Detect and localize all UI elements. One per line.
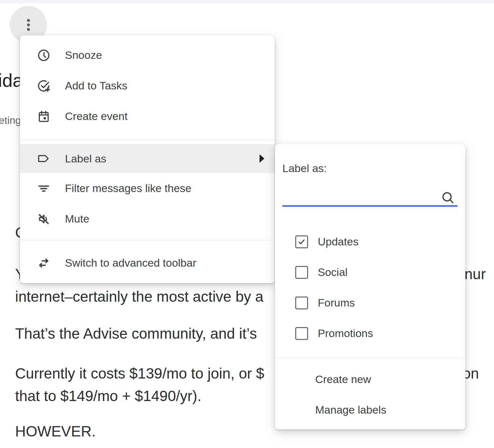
manage-labels-button[interactable]: Manage labels: [275, 395, 465, 425]
body-text-line: internet–certainly the most active by a: [15, 289, 263, 304]
label-option-text: Updates: [318, 235, 359, 248]
menu-item-switch-toolbar[interactable]: Switch to advanced toolbar: [20, 248, 275, 278]
action-label: Manage labels: [315, 404, 386, 416]
submenu-arrow-icon: [260, 154, 264, 163]
body-text-line: Currently it costs $139/mo to join, or $: [15, 366, 264, 381]
checkbox-unchecked[interactable]: [295, 297, 308, 309]
menu-item-label: Filter messages like these: [65, 182, 191, 195]
label-option-text: Promotions: [318, 327, 373, 340]
body-text-line: that to $149/mo + $1490/yr).: [15, 389, 201, 403]
label-option-social[interactable]: Social: [275, 257, 465, 288]
checkbox-unchecked[interactable]: [295, 266, 308, 279]
label-option-updates[interactable]: Updates: [275, 226, 465, 257]
more-options-menu: Snooze Add to Tasks Create event: [20, 35, 275, 283]
label-option-text: Forums: [318, 297, 355, 309]
menu-item-create-event[interactable]: Create event: [20, 101, 275, 132]
menu-item-add-to-tasks[interactable]: Add to Tasks: [20, 70, 275, 101]
action-label: Create new: [315, 373, 371, 386]
label-icon: [36, 151, 51, 166]
menu-item-label: Snooze: [65, 49, 102, 61]
email-subject-fragment: ida: [0, 71, 23, 90]
submenu-title: Label as:: [282, 162, 327, 175]
search-underline: [282, 205, 457, 207]
checkbox-checked[interactable]: [295, 235, 308, 248]
menu-item-filter-messages[interactable]: Filter messages like these: [20, 173, 275, 204]
add-task-icon: [36, 78, 51, 94]
sender-line-fragment: eting: [0, 115, 21, 125]
body-text-line: That’s the Advise community, and it’s: [15, 326, 257, 341]
menu-item-snooze[interactable]: Snooze: [20, 40, 275, 70]
menu-divider: [20, 139, 275, 140]
label-option-text: Social: [318, 266, 348, 279]
menu-divider: [20, 240, 275, 240]
label-as-submenu: Label as: Updates Social: [275, 144, 465, 429]
create-new-label-button[interactable]: Create new: [275, 364, 465, 395]
vertical-dots-icon: [27, 19, 30, 31]
search-icon: [440, 190, 455, 205]
menu-item-label: Create event: [65, 110, 128, 123]
filter-icon: [36, 181, 51, 196]
label-option-promotions[interactable]: Promotions: [275, 318, 465, 349]
label-search-input[interactable]: [282, 183, 438, 205]
mute-icon: [36, 211, 51, 227]
calendar-event-icon: [36, 109, 51, 124]
body-text-fragment: nur: [464, 267, 486, 281]
menu-item-label: Label as: [65, 152, 106, 165]
top-strip: [0, 0, 494, 3]
menu-item-label: Switch to advanced toolbar: [65, 257, 196, 269]
menu-item-label-as[interactable]: Label as: [20, 144, 275, 173]
menu-item-label: Add to Tasks: [65, 79, 127, 92]
label-option-forums[interactable]: Forums: [275, 288, 465, 318]
body-text-line: HOWEVER.: [15, 424, 96, 439]
checkbox-unchecked[interactable]: [295, 327, 308, 340]
label-search: [282, 183, 457, 207]
swap-arrows-icon: [36, 255, 51, 271]
submenu-divider: [275, 358, 465, 358]
menu-item-mute[interactable]: Mute: [20, 204, 275, 234]
menu-item-label: Mute: [65, 213, 89, 225]
clock-icon: [36, 48, 51, 63]
